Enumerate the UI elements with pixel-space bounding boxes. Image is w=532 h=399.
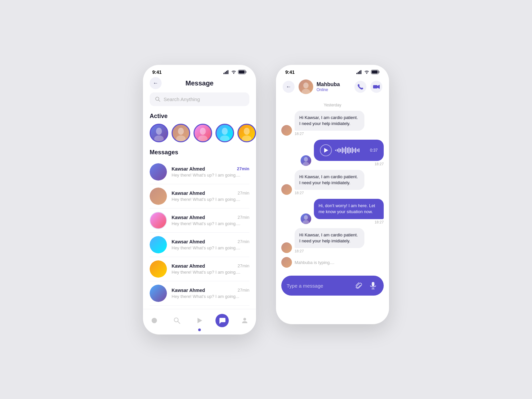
svg-point-16 xyxy=(220,135,230,142)
typing-avatar xyxy=(281,257,292,268)
svg-rect-30 xyxy=(372,70,378,73)
signal-icon-right xyxy=(356,70,362,74)
wifi-icon-right xyxy=(364,70,369,74)
message-row-1: Hi Kawsar, I am cardio patient. I need y… xyxy=(281,111,384,136)
sent-avatar-voice xyxy=(301,155,311,166)
message-avatar-2 xyxy=(150,188,167,205)
svg-point-19 xyxy=(152,318,157,323)
svg-point-9 xyxy=(156,127,162,134)
svg-point-32 xyxy=(302,89,310,94)
active-avatar-5[interactable] xyxy=(237,124,256,142)
svg-point-20 xyxy=(174,318,178,322)
svg-point-17 xyxy=(244,127,250,134)
nav-chat[interactable] xyxy=(215,314,229,327)
contact-details: Mahbuba Online xyxy=(317,81,340,92)
microphone-button[interactable] xyxy=(368,280,378,291)
list-item[interactable]: Kawsar Ahmed 27min Hey there! What's up?… xyxy=(150,233,249,257)
svg-point-4 xyxy=(233,73,234,74)
message-time-r3: 18:27 xyxy=(295,191,364,195)
svg-rect-25 xyxy=(358,72,359,74)
attachment-icon xyxy=(356,282,362,289)
avatar-img-2 xyxy=(173,124,189,142)
status-time-left: 9:41 xyxy=(152,69,162,75)
signal-icon xyxy=(223,70,229,74)
message-content-5: Kawsar Ahmed 27min Hey there! What's up?… xyxy=(172,263,249,275)
list-item[interactable]: Kawsar Ahmed 27min Hey there! What's up?… xyxy=(150,208,249,233)
message-time-3: 27min xyxy=(238,215,249,220)
chat-back-button[interactable]: ← xyxy=(283,81,295,93)
svg-point-10 xyxy=(154,135,164,142)
video-icon xyxy=(373,84,380,89)
status-bar-right: 9:41 xyxy=(276,65,389,77)
search-bar[interactable]: Search Anything xyxy=(150,92,249,106)
message-content-6: Kawsar Ahmed 27min Hey there! What's up?… xyxy=(172,288,249,299)
active-avatar-2[interactable] xyxy=(172,124,190,142)
sent-avatar-img xyxy=(301,155,311,166)
sent-avatar-img-2 xyxy=(301,213,311,224)
play-nav-icon xyxy=(196,317,203,324)
page-title: Message xyxy=(186,79,214,87)
waveform xyxy=(335,146,367,154)
received-avatar-3 xyxy=(281,242,292,253)
wave-bar xyxy=(352,147,353,153)
svg-point-28 xyxy=(366,73,367,74)
contact-avatar-img xyxy=(299,79,313,94)
svg-point-38 xyxy=(303,220,309,224)
message-preview-6: Hey there! What's up? I am going... xyxy=(172,294,249,299)
message-input-bar[interactable]: Type a message xyxy=(281,276,384,296)
avatar-img-1 xyxy=(151,124,167,142)
svg-point-11 xyxy=(178,127,184,134)
wave-bar xyxy=(340,149,341,152)
wave-bar xyxy=(335,150,336,151)
svg-rect-33 xyxy=(373,85,377,88)
message-preview-5: Hey there! What's up? I am going.... xyxy=(172,270,249,275)
nav-play[interactable] xyxy=(193,314,206,327)
svg-point-15 xyxy=(222,127,228,134)
received-avatar-2 xyxy=(281,184,292,195)
active-avatar-3[interactable] xyxy=(194,124,212,142)
list-item[interactable]: Kawsar Ahmed 27min Hey there! What's up?… xyxy=(150,184,249,208)
nav-home[interactable] xyxy=(148,314,161,327)
right-phone: 9:41 xyxy=(276,65,389,324)
back-button[interactable] xyxy=(150,77,162,89)
voice-call-button[interactable] xyxy=(354,81,366,93)
message-time-1: 27min xyxy=(237,166,249,171)
message-avatar-6 xyxy=(150,285,167,302)
list-item[interactable]: Kawsar Ahmed 27min Hey there! What's up?… xyxy=(150,281,249,306)
message-list: Kawsar Ahmed 27min Hey there! What's up?… xyxy=(143,160,256,306)
received-bubble-wrapper-2: Hi Kawsar, I am cardio patient. I need y… xyxy=(295,170,364,195)
svg-rect-39 xyxy=(372,282,374,286)
message-preview-4: Hey there! What's up? I am going.... xyxy=(172,245,249,250)
nav-profile[interactable] xyxy=(238,314,251,327)
attachment-button[interactable] xyxy=(354,280,364,291)
play-button[interactable] xyxy=(320,144,332,156)
svg-rect-24 xyxy=(356,73,357,74)
active-users-list xyxy=(143,124,256,149)
contact-avatar xyxy=(299,79,313,94)
message-content-1: Kawsar Ahmed 27min Hey there! What's up?… xyxy=(172,166,249,178)
svg-point-31 xyxy=(303,82,309,88)
received-avatar-1 xyxy=(281,125,292,136)
contact-status: Online xyxy=(317,87,340,92)
message-content-3: Kawsar Ahmed 27min Hey there! What's up?… xyxy=(172,215,249,226)
list-item[interactable]: Kawsar Ahmed 27min Hey there! What's up?… xyxy=(150,257,249,281)
typing-text: Mahbuba is typing.... xyxy=(295,260,334,265)
sent-avatar-1 xyxy=(301,213,311,224)
nav-search[interactable] xyxy=(170,314,184,327)
svg-point-36 xyxy=(303,162,309,166)
message-avatar-4 xyxy=(150,236,167,253)
wave-bar xyxy=(345,147,346,154)
list-item[interactable]: Kawsar Ahmed 27min Hey there! What's up?… xyxy=(150,160,249,184)
svg-line-8 xyxy=(159,100,160,101)
received-bubble-1: Hi Kawsar, I am cardio patient. I need y… xyxy=(295,111,364,131)
active-avatar-1[interactable] xyxy=(150,124,168,142)
chat-message-area: Yesterday Hi Kawsar, I am cardio patient… xyxy=(276,99,389,273)
active-avatar-4[interactable] xyxy=(215,124,234,142)
status-time-right: 9:41 xyxy=(285,69,295,75)
voice-duration: 0:37 xyxy=(370,148,378,153)
message-preview-2: Hey there! What's up? I am going.... xyxy=(172,197,249,202)
svg-marker-34 xyxy=(377,85,380,89)
search-nav-icon xyxy=(173,317,181,324)
video-call-button[interactable] xyxy=(370,81,382,93)
message-time-5: 27min xyxy=(238,263,249,268)
